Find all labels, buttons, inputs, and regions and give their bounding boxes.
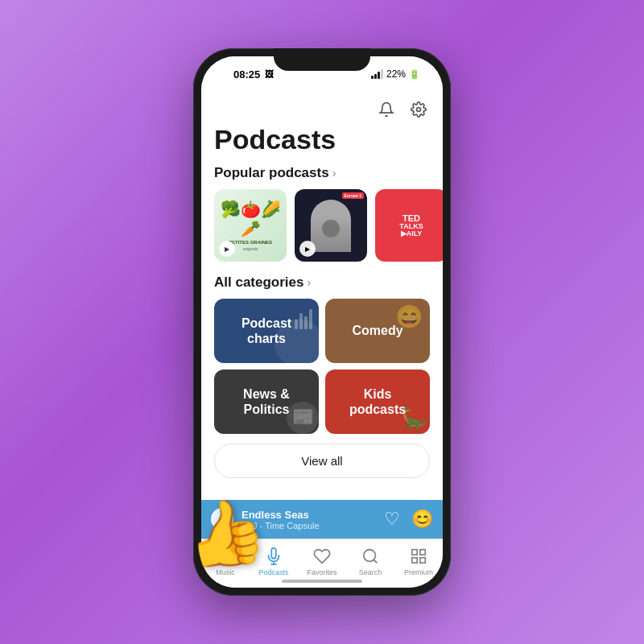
phone-frame: 08:25 🖼 22% 🔋 — [193, 48, 451, 596]
main-content: Podcasts Popular podcasts › 🥦🍅🌽🥕 PETITES… — [201, 92, 443, 500]
view-all-button[interactable]: View all — [214, 444, 430, 478]
svg-rect-9 — [412, 558, 417, 563]
thumbs-hand-decoration: 👍 — [180, 489, 272, 578]
categories-arrow: › — [308, 276, 312, 289]
settings-button[interactable] — [407, 98, 430, 121]
originals-label: originals — [243, 246, 258, 251]
battery-icon: 🔋 — [409, 69, 420, 80]
svg-rect-8 — [420, 550, 425, 555]
podcast-item-petites-graines[interactable]: 🥦🍅🌽🥕 PETITES GRAINES originals ▶ — [214, 189, 287, 262]
svg-rect-7 — [412, 550, 417, 555]
search-tab-label: Search — [359, 568, 382, 576]
tab-premium[interactable]: Premium — [394, 546, 443, 576]
notch — [274, 48, 370, 71]
categories-section: All categories › — [201, 275, 443, 478]
petites-graines-label: PETITES GRAINES — [229, 240, 272, 246]
popular-podcasts-header: Popular podcasts › — [201, 165, 443, 189]
premium-tab-label: Premium — [404, 568, 433, 576]
svg-point-5 — [364, 550, 376, 562]
categories-grid: Podcastcharts 😄 Comedy 📰 N — [214, 299, 430, 434]
cat-podcast-charts-label: Podcastcharts — [235, 312, 298, 349]
premium-tab-icon — [410, 546, 427, 567]
categories-label: All categories — [214, 275, 304, 291]
svg-point-0 — [417, 108, 421, 112]
cat-kids-podcasts-label: Kidspodcasts — [343, 383, 412, 420]
battery-percent: 22% — [386, 68, 406, 80]
tab-favorites[interactable]: Favorites — [298, 546, 346, 576]
home-indicator — [201, 576, 443, 588]
home-bar — [282, 580, 362, 583]
category-news-politics[interactable]: 📰 News &Politics — [214, 369, 319, 434]
cat-news-politics-label: News &Politics — [237, 383, 296, 420]
play-button-1[interactable]: ▶ — [219, 241, 235, 257]
cat-comedy-label: Comedy — [345, 320, 409, 341]
photo-icon: 🖼 — [265, 69, 274, 79]
podcasts-scroll[interactable]: 🥦🍅🌽🥕 PETITES GRAINES originals ▶ Europe … — [201, 189, 443, 275]
category-kids-podcasts[interactable]: 🦕 Kidspodcasts — [325, 369, 430, 434]
veggie-icons: 🥦🍅🌽🥕 — [217, 200, 283, 238]
favorites-tab-label: Favorites — [307, 568, 336, 576]
popular-podcasts-arrow: › — [332, 167, 336, 180]
europe-badge: Europe 1 — [342, 192, 364, 199]
ted-logo: TED — [402, 214, 420, 223]
notification-button[interactable] — [375, 98, 398, 121]
heart-button[interactable]: ♡ — [384, 509, 400, 530]
page-title: Podcasts — [201, 121, 443, 165]
person-photo — [311, 200, 351, 252]
podcast-item-histoire[interactable]: Europe 1 ▶ — [295, 189, 367, 262]
svg-rect-10 — [420, 558, 425, 563]
time-display: 08:25 — [217, 68, 260, 80]
category-comedy[interactable]: 😄 Comedy — [325, 299, 430, 363]
podcast-item-ted[interactable]: TED TALKS ▶AILY — [375, 189, 443, 262]
signal-icon — [371, 69, 383, 79]
favorites-tab-icon — [313, 546, 331, 567]
ted-daily-label: ▶AILY — [401, 230, 423, 237]
now-playing-actions: ♡ 😊 — [384, 509, 433, 530]
tab-search[interactable]: Search — [346, 546, 394, 576]
play-button-2[interactable]: ▶ — [299, 241, 316, 257]
header-bar — [201, 92, 443, 121]
emoji-button[interactable]: 😊 — [411, 509, 433, 530]
search-tab-icon — [361, 546, 379, 567]
svg-line-6 — [374, 559, 377, 563]
popular-podcasts-label: Popular podcasts — [214, 165, 329, 181]
categories-header: All categories › — [214, 275, 430, 299]
podcasts-tab-label: Podcasts — [258, 568, 288, 576]
category-podcast-charts[interactable]: Podcastcharts — [214, 299, 319, 363]
